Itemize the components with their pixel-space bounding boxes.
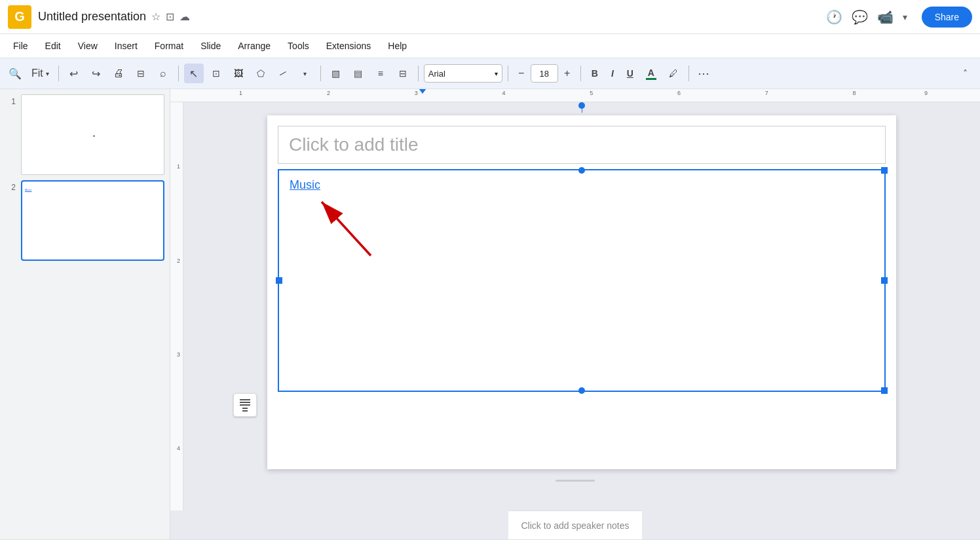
menu-help[interactable]: Help: [380, 38, 415, 54]
ruler-horizontal: 1 2 3 4 5 6 7 8 9: [170, 89, 980, 102]
font-family-label: Arial: [428, 69, 445, 79]
share-button[interactable]: Share: [922, 7, 972, 28]
more-icon: ⊟: [399, 68, 407, 79]
zoom-dropdown-button[interactable]: Fit ▾: [28, 64, 53, 83]
title-bar: G Untitled presentation ☆ ⊡ ☁ 🕐 💬 📹 ▾ Sh…: [0, 0, 980, 34]
menu-slide[interactable]: Slide: [193, 38, 229, 54]
print-button[interactable]: 🖨: [109, 64, 128, 83]
star-icon[interactable]: ☆: [151, 10, 160, 23]
line-icon: /: [278, 69, 288, 78]
zoom-button[interactable]: ⌕: [153, 64, 173, 83]
drive-icon[interactable]: ⊡: [166, 10, 174, 23]
slide-num-1: 1: [5, 94, 16, 106]
redo-button[interactable]: ↪: [86, 64, 106, 83]
image-icon: 🖼: [234, 68, 243, 79]
slide-preview-1[interactable]: [21, 94, 164, 175]
handle-mid-right[interactable]: [881, 277, 888, 284]
search-icon: 🔍: [9, 68, 22, 80]
pointer-icon: ↖: [189, 68, 198, 80]
menu-format[interactable]: Format: [147, 38, 191, 54]
handle-bottom-right[interactable]: [881, 387, 888, 394]
font-size-input[interactable]: 18: [531, 64, 558, 83]
speaker-notes[interactable]: Click to add speaker notes: [508, 511, 643, 539]
font-size-decrease-button[interactable]: −: [514, 64, 529, 83]
comment-icon[interactable]: 💬: [852, 9, 868, 25]
menu-bar: File Edit View Insert Format Slide Arran…: [0, 34, 980, 58]
font-size-increase-button[interactable]: +: [559, 64, 575, 83]
menu-arrange[interactable]: Arrange: [230, 38, 278, 54]
slide-panel: 1 2 Music: [0, 89, 170, 539]
menu-insert[interactable]: Insert: [107, 38, 145, 54]
cloud-icon[interactable]: ☁: [179, 10, 190, 23]
line-tool-button[interactable]: /: [273, 64, 293, 83]
history-icon[interactable]: 🕐: [826, 9, 842, 25]
menu-edit[interactable]: Edit: [37, 38, 69, 54]
slide-mini-text: Music: [25, 188, 31, 191]
slide-thumb-2[interactable]: 2 Music: [5, 180, 164, 261]
italic-button[interactable]: I: [606, 64, 619, 83]
slide-preview-2[interactable]: Music: [21, 180, 164, 261]
highlight-button[interactable]: 🖊: [664, 64, 683, 83]
ruler-label-6: 6: [677, 90, 681, 96]
menu-view[interactable]: View: [70, 38, 105, 54]
text-color-button[interactable]: A: [641, 64, 661, 83]
music-link[interactable]: Music: [290, 178, 320, 191]
shapes-button[interactable]: ⬠: [251, 64, 271, 83]
menu-extensions[interactable]: Extensions: [318, 38, 379, 54]
fill-color-icon: ▧: [331, 68, 340, 79]
ruler-v-label-4: 4: [177, 445, 180, 452]
search-button[interactable]: 🔍: [5, 64, 25, 83]
handle-mid-left[interactable]: [276, 277, 282, 284]
toolbar-divider-7: [688, 66, 689, 81]
slide-mini-dot: [93, 135, 95, 137]
fill-color-button[interactable]: ▧: [326, 64, 346, 83]
underline-button[interactable]: U: [622, 64, 639, 83]
red-arrow-annotation: [312, 190, 390, 269]
toolbar-divider-5: [508, 66, 508, 81]
bold-button[interactable]: B: [586, 64, 603, 83]
toolbar-divider-4: [418, 66, 419, 81]
chevron-down-icon[interactable]: ▾: [903, 12, 907, 22]
more-text-button[interactable]: ⊟: [393, 64, 413, 83]
toolbar-divider-6: [580, 66, 581, 81]
pointer-tool-button[interactable]: ↖: [184, 64, 204, 83]
handle-top-right[interactable]: [881, 167, 888, 174]
select-tool-button[interactable]: ⊡: [206, 64, 226, 83]
ruler-label-8: 8: [852, 90, 856, 96]
ruler-label-2: 2: [327, 90, 330, 96]
title-top-handle[interactable]: [578, 102, 585, 109]
line-chevron-icon: ▾: [303, 70, 307, 77]
handle-bottom-center[interactable]: [578, 387, 585, 394]
speaker-notes-text: Click to add speaker notes: [521, 520, 630, 531]
zoom-icon: ⌕: [160, 68, 166, 79]
font-size-area: − 18 +: [514, 64, 575, 83]
align-text-button[interactable]: ≡: [371, 64, 390, 83]
text-color-icon: A: [646, 68, 656, 80]
menu-file[interactable]: File: [5, 38, 36, 54]
paint-format-button[interactable]: ⊟: [131, 64, 151, 83]
content-box[interactable]: Music: [278, 169, 886, 392]
svg-line-1: [322, 202, 371, 256]
title-right-icons: 🕐 💬 📹 ▾ Share: [826, 7, 972, 28]
doc-title-text[interactable]: Untitled presentation: [38, 10, 146, 24]
editor-area: 1 2 3 4 5 6 7 8 9 1 2 3 4: [170, 89, 980, 539]
canvas-area: 1 2 3 4 Cl: [170, 102, 980, 511]
ruler-label-7: 7: [765, 90, 768, 96]
border-color-button[interactable]: ▤: [349, 64, 368, 83]
collapse-toolbar-button[interactable]: ˄: [955, 64, 975, 83]
slide-thumb-1[interactable]: 1: [5, 94, 164, 175]
ruler-v-label-3: 3: [177, 351, 180, 358]
alignment-button[interactable]: [233, 393, 257, 417]
line-chevron-button[interactable]: ▾: [295, 64, 315, 83]
font-family-select[interactable]: Arial ▾: [424, 64, 502, 83]
undo-button[interactable]: ↩: [64, 64, 84, 83]
toolbar-divider-1: [58, 66, 59, 81]
title-placeholder[interactable]: Click to add title: [278, 126, 886, 164]
title-placeholder-text: Click to add title: [289, 134, 419, 155]
menu-tools[interactable]: Tools: [280, 38, 317, 54]
video-call-icon[interactable]: 📹: [877, 9, 894, 25]
handle-top-center[interactable]: [578, 167, 585, 174]
more-options-button[interactable]: ⋯: [694, 64, 714, 83]
highlight-icon: 🖊: [669, 68, 678, 79]
image-button[interactable]: 🖼: [229, 64, 248, 83]
